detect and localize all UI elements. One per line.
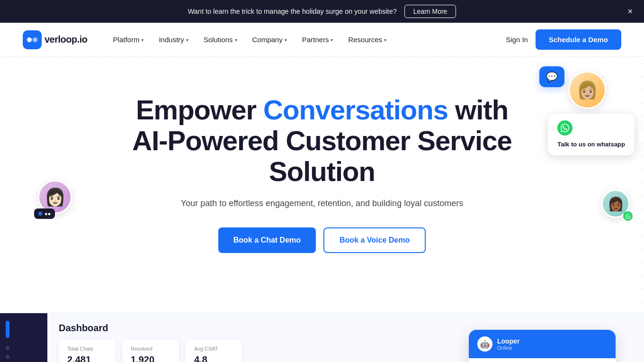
- sidebar-indicator: [6, 321, 9, 338]
- nav-links: Platform ▾ Industry ▾ Solutions ▾ Compan…: [107, 32, 506, 47]
- dash-card-0: Total Chats 2,481: [59, 339, 116, 362]
- dash-card-value-1: 1,920: [131, 354, 170, 362]
- hero-title-part1: Empower: [136, 94, 263, 125]
- hero-title-part2: with: [448, 94, 508, 125]
- chat-widget: 🤖 Looper Online Looper says Hi! How can …: [469, 330, 616, 362]
- chevron-down-icon: ▾: [141, 37, 143, 43]
- chat-bot-avatar: 🤖: [477, 336, 492, 352]
- hero-section: 💬 👩🏼 Talk to us on whatsapp 👩🏻 ●● 👩🏾: [0, 57, 644, 313]
- logo[interactable]: verloop.io: [23, 30, 88, 49]
- chat-header-name: Looper: [497, 337, 519, 345]
- sign-in-button[interactable]: Sign In: [506, 36, 528, 44]
- banner-text: Want to learn the trick to manage the ho…: [188, 8, 397, 15]
- chevron-down-icon: ▾: [235, 37, 237, 43]
- book-chat-demo-button[interactable]: Book a Chat Demo: [218, 227, 316, 253]
- hero-title-highlight: Conversations: [263, 94, 448, 125]
- nav-item-partners[interactable]: Partners ▾: [295, 32, 340, 47]
- hero-title-line2: AI-Powered Customer Service Solution: [132, 125, 511, 187]
- svg-rect-0: [23, 30, 42, 49]
- navbar: verloop.io Platform ▾ Industry ▾ Solutio…: [0, 23, 644, 57]
- whatsapp-icon: [557, 120, 572, 136]
- float-card-blue: 💬: [539, 66, 564, 87]
- svg-point-2: [33, 37, 37, 42]
- nav-item-company[interactable]: Company ▾: [246, 32, 294, 47]
- dashboard-sidebar: [0, 313, 47, 362]
- dash-card-2: Avg CSAT 4.8: [186, 339, 242, 362]
- nav-item-solutions[interactable]: Solutions ▾: [197, 32, 244, 47]
- float-avatar-bottom-right: 👩🏾: [601, 190, 630, 218]
- svg-point-1: [27, 37, 32, 42]
- float-avatar-left: 👩🏻 ●●: [38, 180, 72, 214]
- hero-title: Empower Conversations with AI-Powered Cu…: [109, 95, 535, 187]
- book-voice-demo-button[interactable]: Book a Voice Demo: [323, 227, 426, 253]
- sidebar-dot: [6, 355, 9, 359]
- nav-item-platform[interactable]: Platform ▾: [107, 32, 151, 47]
- nav-actions: Sign In Schedule a Demo: [506, 29, 621, 50]
- logo-icon: [23, 30, 42, 49]
- wa-badge-icon: [623, 211, 633, 221]
- banner-close-button[interactable]: ×: [627, 7, 633, 16]
- float-avatar-top-right: 👩🏼: [568, 71, 606, 109]
- logo-text: verloop.io: [45, 34, 88, 45]
- dash-card-value-0: 2,481: [67, 354, 107, 362]
- whatsapp-bubble[interactable]: Talk to us on whatsapp: [548, 114, 635, 155]
- whatsapp-text: Talk to us on whatsapp: [557, 140, 625, 149]
- chat-widget-header: 🤖 Looper Online: [469, 330, 616, 358]
- sidebar-dot: [6, 346, 9, 350]
- record-dot-icon: [38, 212, 42, 216]
- avatar-top-right: 👩🏼: [568, 71, 606, 109]
- chat-header-status: Online: [497, 345, 519, 351]
- dashboard-strip: Dashboard Total Chats 2,481 Resolved 1,9…: [0, 313, 644, 362]
- nav-item-resources[interactable]: Resources ▾: [341, 32, 393, 47]
- dash-card-label-2: Avg CSAT: [194, 346, 234, 352]
- dash-card-label-1: Resolved: [131, 346, 170, 352]
- dash-card-label-0: Total Chats: [67, 346, 107, 352]
- learn-more-button[interactable]: Learn More: [404, 5, 456, 18]
- chevron-down-icon: ▾: [384, 37, 386, 43]
- chat-body: Looper says Hi! How can I help you today…: [469, 358, 616, 362]
- dash-card-value-2: 4.8: [194, 354, 234, 362]
- top-banner: Want to learn the trick to manage the ho…: [0, 0, 644, 23]
- hero-content: Empower Conversations with AI-Powered Cu…: [23, 95, 621, 253]
- hero-buttons: Book a Chat Demo Book a Voice Demo: [23, 227, 621, 253]
- chat-icon: 💬: [546, 72, 558, 82]
- chevron-down-icon: ▾: [186, 37, 188, 43]
- nav-item-industry[interactable]: Industry ▾: [152, 32, 195, 47]
- record-badge: ●●: [34, 208, 55, 219]
- chevron-down-icon: ▾: [285, 37, 287, 43]
- chevron-down-icon: ▾: [331, 37, 333, 43]
- dash-card-1: Resolved 1,920: [122, 339, 179, 362]
- hero-subtitle: Your path to effortless engagement, rete…: [23, 199, 621, 208]
- schedule-demo-button[interactable]: Schedule a Demo: [536, 29, 621, 50]
